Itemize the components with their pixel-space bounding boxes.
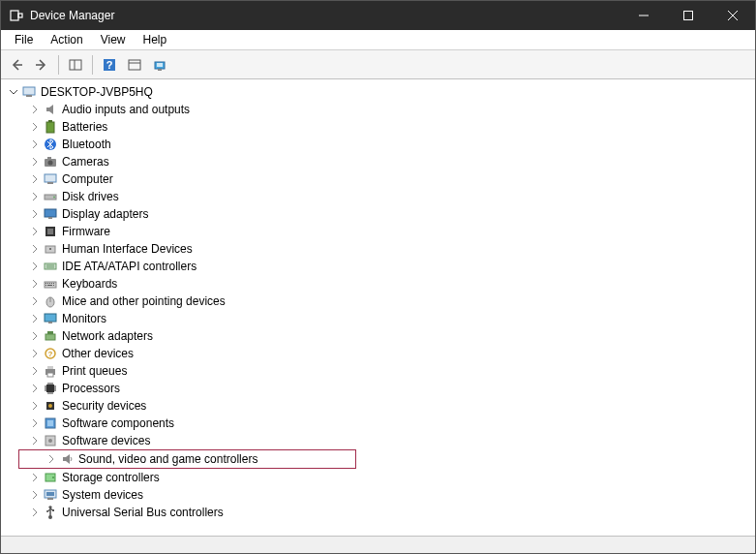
expander-icon[interactable] (28, 294, 42, 308)
ide-icon (43, 259, 58, 274)
tree-category-node[interactable]: Security devices (3, 397, 753, 415)
expander-icon[interactable] (28, 277, 42, 291)
tree-category-node[interactable]: Cameras (3, 153, 753, 170)
tree-category-node[interactable]: Processors (3, 380, 753, 397)
menubar: File Action View Help (1, 30, 755, 50)
toolbar-separator (92, 55, 93, 75)
expander-icon[interactable] (45, 452, 58, 466)
tree-category-node[interactable]: Audio inputs and outputs (3, 101, 753, 118)
network-icon (43, 328, 58, 344)
expander-icon[interactable] (28, 138, 42, 151)
tree-category-node[interactable]: Universal Serial Bus controllers (3, 504, 753, 521)
menu-view[interactable]: View (93, 31, 134, 48)
svg-rect-43 (45, 285, 46, 286)
expander-icon[interactable] (28, 155, 42, 169)
category-label: Universal Serial Bus controllers (62, 506, 224, 519)
show-hide-console-button[interactable] (64, 53, 87, 77)
tree-category-node[interactable]: ?Other devices (3, 345, 753, 362)
expander-icon[interactable] (28, 506, 42, 519)
expander-icon[interactable] (28, 172, 42, 186)
tree-category-node[interactable]: Monitors (3, 310, 753, 327)
svg-rect-17 (46, 108, 49, 111)
menu-action[interactable]: Action (43, 31, 90, 48)
category-label: Software devices (62, 434, 150, 447)
properties-button[interactable] (123, 53, 146, 77)
tree-category-node[interactable]: IDE ATA/ATAPI controllers (3, 258, 753, 275)
tree-category-node[interactable]: Software devices (3, 432, 753, 449)
usb-icon (43, 505, 58, 520)
category-label: Disk drives (62, 190, 119, 203)
minimize-button[interactable] (621, 1, 666, 30)
svg-rect-24 (45, 174, 56, 182)
category-label: IDE ATA/ATAPI controllers (62, 260, 197, 273)
close-button[interactable] (711, 1, 755, 30)
expander-icon[interactable] (7, 85, 20, 99)
scan-hardware-button[interactable] (148, 53, 171, 77)
expander-icon[interactable] (28, 190, 42, 203)
category-label: Storage controllers (62, 471, 160, 484)
category-label: Print queues (62, 364, 127, 378)
expander-icon[interactable] (28, 120, 42, 134)
tree-category-node[interactable]: Human Interface Devices (3, 240, 753, 258)
svg-point-84 (46, 510, 48, 512)
tree-category-node[interactable]: Storage controllers (3, 469, 753, 486)
expander-icon[interactable] (28, 434, 42, 447)
toolbar: ? (1, 50, 755, 79)
svg-rect-29 (48, 217, 52, 219)
menu-file[interactable]: File (7, 31, 41, 48)
svg-point-33 (49, 248, 51, 250)
expander-icon[interactable] (28, 364, 42, 378)
forward-button[interactable] (30, 53, 53, 77)
back-button[interactable] (5, 53, 28, 77)
svg-rect-14 (158, 69, 162, 71)
tree-category-node[interactable]: Mice and other pointing devices (3, 292, 753, 310)
tree-category-node[interactable]: Network adapters (3, 327, 753, 345)
tree-category-node[interactable]: Keyboards (3, 275, 753, 292)
expander-icon[interactable] (28, 347, 42, 360)
expander-icon[interactable] (28, 471, 42, 484)
svg-rect-44 (47, 285, 52, 286)
tree-category-node[interactable]: Display adapters (3, 205, 753, 223)
svg-rect-51 (47, 331, 53, 334)
tree-category-node[interactable]: Sound, video and game controllers (19, 450, 355, 468)
svg-rect-10 (129, 60, 140, 70)
softcomp-icon (43, 416, 58, 431)
tree-category-node[interactable]: Bluetooth (3, 136, 753, 153)
maximize-button[interactable] (666, 1, 711, 30)
svg-rect-40 (49, 283, 50, 284)
expander-icon[interactable] (28, 488, 42, 502)
svg-rect-25 (47, 182, 53, 184)
toolbar-separator (58, 55, 59, 75)
expander-icon[interactable] (28, 260, 42, 273)
expander-icon[interactable] (28, 312, 42, 325)
expander-icon[interactable] (28, 329, 42, 343)
expander-icon[interactable] (28, 242, 42, 256)
expander-icon[interactable] (28, 399, 42, 413)
tree-category-node[interactable]: Print queues (3, 362, 753, 380)
category-label: Network adapters (62, 329, 153, 343)
svg-rect-76 (63, 457, 66, 461)
storage-icon (43, 470, 58, 485)
svg-rect-85 (52, 509, 54, 511)
category-label: Sound, video and game controllers (78, 452, 257, 466)
tree-root-node[interactable]: DESKTOP-JVBP5HQ (3, 83, 753, 101)
expander-icon[interactable] (28, 416, 42, 430)
category-label: Audio inputs and outputs (62, 103, 190, 116)
expander-icon[interactable] (28, 207, 42, 221)
expander-icon[interactable] (28, 225, 42, 238)
tree-category-node[interactable]: Batteries (3, 118, 753, 136)
root-label: DESKTOP-JVBP5HQ (41, 85, 153, 99)
expander-icon[interactable] (28, 382, 42, 395)
help-button[interactable]: ? (98, 53, 121, 77)
svg-rect-16 (26, 95, 32, 97)
tree-category-node[interactable]: System devices (3, 486, 753, 504)
expander-icon[interactable] (28, 103, 42, 116)
device-tree[interactable]: DESKTOP-JVBP5HQ Audio inputs and outputs… (1, 79, 755, 536)
tree-category-node[interactable]: Software components (3, 415, 753, 432)
category-label: Display adapters (62, 207, 148, 221)
tree-category-node[interactable]: Computer (3, 170, 753, 188)
tree-category-node[interactable]: Firmware (3, 223, 753, 240)
menu-help[interactable]: Help (136, 31, 175, 48)
category-label: Batteries (62, 120, 107, 134)
tree-category-node[interactable]: Disk drives (3, 188, 753, 205)
